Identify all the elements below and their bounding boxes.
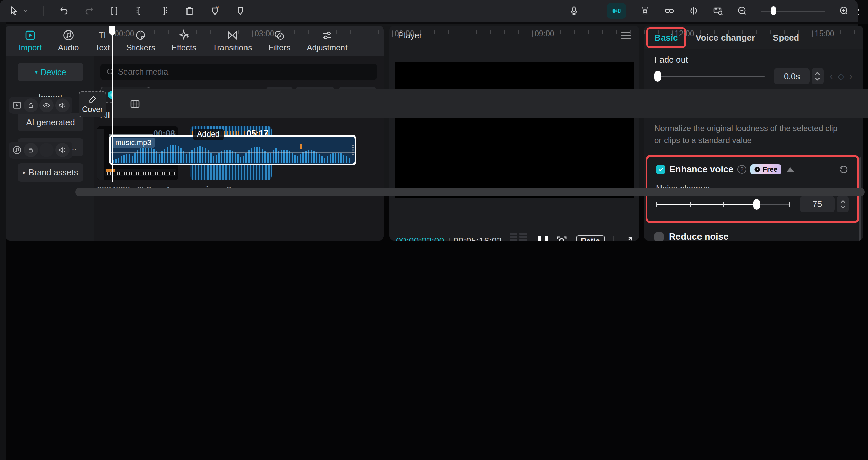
sidebar-label: Brand assets — [28, 168, 78, 177]
enhance-checkbox[interactable] — [656, 165, 665, 174]
timeline-ruler[interactable]: 00:00 03:00 06:00 09:00 12:00 15:00 — [0, 27, 858, 41]
sidebar-item-device[interactable]: ▾ Device — [18, 63, 83, 81]
tab-label: Adjustment — [307, 43, 348, 53]
speaker-icon — [58, 146, 66, 154]
redo-icon[interactable] — [84, 6, 94, 16]
tab-label: Import — [19, 43, 42, 53]
focus-preview-icon[interactable] — [556, 235, 568, 241]
film-icon — [129, 98, 141, 110]
player-panel: Player 00:00:02:00 / 00:05:16:02 Ratio — [389, 26, 639, 241]
sidebar-item-brand-assets[interactable]: ▸ Brand assets — [18, 163, 83, 182]
cursor-icon — [9, 6, 19, 16]
select-tool-button[interactable] — [9, 6, 28, 16]
delete-icon[interactable] — [184, 6, 195, 16]
playhead-line[interactable] — [112, 28, 113, 182]
ruler-ticks — [112, 30, 858, 34]
empty-slot — [39, 143, 54, 157]
properties-panel: Basic Voice changer Speed Fade out 0.0s … — [644, 26, 863, 241]
noise-cleanup-slider[interactable] — [656, 198, 790, 210]
total-timecode: 00:05:16:02 — [453, 236, 502, 241]
volume-line[interactable] — [111, 152, 355, 153]
hide-track-button[interactable] — [39, 98, 54, 112]
triangle-right-icon: ▸ — [23, 169, 26, 176]
undo-icon[interactable] — [59, 6, 69, 16]
collapse-icon[interactable] — [787, 167, 794, 172]
auto-snap-button[interactable] — [607, 3, 626, 19]
mute-track-button[interactable] — [55, 143, 70, 157]
timeline-toolbar: AI — [0, 0, 858, 22]
timeline-zoom-slider[interactable] — [761, 6, 825, 16]
media-panel: Import Audio TI Text Stickers Effects Tr… — [5, 26, 384, 241]
divider — [593, 6, 593, 16]
prev-keyframe-icon[interactable]: ‹ — [830, 71, 833, 82]
fade-out-label: Fade out — [654, 55, 852, 65]
fade-out-slider[interactable] — [654, 70, 765, 82]
eye-icon — [42, 101, 51, 109]
timecode-separator: / — [448, 236, 450, 241]
mute-track-button[interactable] — [55, 98, 70, 112]
delete-right-icon[interactable] — [159, 6, 170, 16]
link-clips-icon[interactable] — [664, 5, 675, 16]
stepper-up-icon[interactable] — [815, 72, 820, 75]
stepper-down-icon[interactable] — [840, 205, 846, 209]
ratio-button[interactable]: Ratio — [576, 235, 605, 241]
mirror-split-icon[interactable] — [688, 5, 699, 16]
noise-cleanup-value[interactable]: 75 — [800, 196, 835, 212]
sidebar-item-ai-generated[interactable]: AI generated — [18, 113, 83, 131]
marker-icon[interactable] — [235, 6, 245, 16]
pause-button[interactable] — [538, 236, 548, 241]
clip-right-handle[interactable] — [352, 145, 354, 155]
slider-thumb[interactable] — [753, 199, 760, 210]
noise-cleanup-row: 75 — [656, 196, 849, 212]
lock-track-button[interactable] — [24, 98, 38, 112]
reduce-noise-label: Reduce noise — [669, 232, 729, 241]
cover-button[interactable]: Cover — [79, 91, 106, 117]
slider-thumb[interactable] — [654, 71, 661, 82]
slider-thumb[interactable] — [771, 6, 776, 15]
timeline-scale-icon[interactable] — [713, 5, 724, 16]
ruler-label: 09:00 — [532, 29, 554, 38]
reduce-noise-checkbox[interactable] — [654, 232, 664, 241]
current-timecode: 00:00:02:00 — [396, 236, 445, 241]
add-keyframe-icon[interactable]: ◇ — [837, 71, 845, 82]
tab-label: Effects — [172, 43, 196, 53]
next-keyframe-icon[interactable]: › — [849, 71, 852, 82]
reset-icon[interactable] — [839, 164, 849, 174]
search-input[interactable] — [118, 67, 372, 77]
record-voiceover-icon[interactable] — [569, 6, 579, 16]
zoom-out-icon[interactable] — [737, 6, 747, 16]
timeline-toolbar-left: AI — [9, 5, 245, 16]
enhance-label: Enhance voice — [669, 164, 733, 175]
zoom-in-icon[interactable] — [839, 6, 849, 16]
split-icon[interactable] — [109, 6, 119, 16]
fullscreen-icon[interactable] — [622, 235, 633, 241]
audio-level-meter — [510, 233, 527, 241]
audio-clip[interactable]: music.mp3 — [109, 135, 356, 165]
free-badge-label: Free — [763, 165, 777, 173]
stepper-up-icon[interactable] — [840, 200, 846, 203]
free-badge: Free — [750, 164, 781, 174]
main-track-magnet-icon[interactable] — [639, 5, 650, 16]
fade-out-stepper[interactable] — [812, 68, 824, 84]
normalize-description: Normalize the original loudness of the s… — [654, 123, 846, 146]
smart-marker-icon[interactable]: AI — [210, 5, 220, 16]
video-preview[interactable] — [395, 62, 634, 198]
timeline-scrollbar[interactable] — [75, 188, 858, 196]
lock-icon — [27, 102, 35, 109]
delete-left-icon[interactable] — [134, 6, 144, 16]
pencil-icon — [88, 95, 97, 104]
lock-track-button[interactable] — [24, 143, 38, 157]
tab-label: Audio — [58, 43, 79, 53]
noise-cleanup-stepper[interactable] — [837, 196, 849, 212]
keyframe-nav: ‹ ◇ › — [830, 71, 852, 82]
player-controls: 00:00:02:00 / 00:05:16:02 Ratio — [389, 232, 639, 241]
help-icon[interactable]: ? — [737, 165, 746, 174]
main-video-track[interactable] — [112, 89, 858, 118]
reduce-noise-row: Reduce noise — [654, 232, 852, 241]
scrollbar[interactable] — [859, 157, 861, 241]
fade-out-value[interactable]: 0.0s — [774, 68, 809, 84]
fade-out-row: 0.0s ‹ ◇ › — [654, 68, 852, 84]
audio-track-header — [9, 142, 72, 159]
stepper-down-icon[interactable] — [815, 77, 820, 81]
ruler-label: 15:00 — [812, 29, 834, 38]
